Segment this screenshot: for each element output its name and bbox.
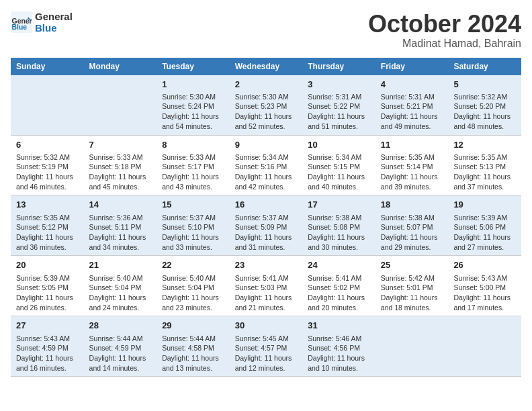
calendar-cell: 20Sunrise: 5:39 AMSunset: 5:05 PMDayligh… <box>11 256 84 316</box>
info-line: Sunrise: 5:44 AM <box>89 334 143 342</box>
info-line: Sunrise: 5:35 AM <box>381 153 435 161</box>
calendar-cell: 17Sunrise: 5:38 AMSunset: 5:08 PMDayligh… <box>302 195 375 256</box>
info-line: Daylight: 11 hours and 43 minutes. <box>162 173 219 191</box>
day-number: 27 <box>16 320 79 332</box>
calendar-cell: 19Sunrise: 5:39 AMSunset: 5:06 PMDayligh… <box>448 195 521 256</box>
calendar-cell: 26Sunrise: 5:43 AMSunset: 5:00 PMDayligh… <box>448 256 521 316</box>
calendar-cell: 4Sunrise: 5:31 AMSunset: 5:21 PMDaylight… <box>375 75 449 135</box>
info-line: Daylight: 11 hours and 40 minutes. <box>308 173 365 191</box>
info-line: Sunset: 5:18 PM <box>89 163 142 171</box>
info-line: Sunrise: 5:31 AM <box>308 93 361 101</box>
info-line: Daylight: 11 hours and 34 minutes. <box>89 233 146 251</box>
info-line: Daylight: 11 hours and 29 minutes. <box>381 233 438 251</box>
info-line: Daylight: 11 hours and 27 minutes. <box>453 233 511 251</box>
calendar-cell: 13Sunrise: 5:35 AMSunset: 5:12 PMDayligh… <box>11 195 84 256</box>
info-line: Sunset: 5:06 PM <box>453 223 506 231</box>
cell-info: Sunrise: 5:30 AMSunset: 5:24 PMDaylight:… <box>162 92 224 132</box>
day-number: 26 <box>453 259 516 271</box>
cell-info: Sunrise: 5:34 AMSunset: 5:16 PMDaylight:… <box>235 152 298 192</box>
day-number: 19 <box>453 199 516 211</box>
weekday-header: Friday <box>375 58 449 75</box>
info-line: Daylight: 11 hours and 10 minutes. <box>308 354 365 372</box>
info-line: Sunset: 5:05 PM <box>16 283 69 291</box>
info-line: Sunrise: 5:30 AM <box>162 93 216 101</box>
cell-info: Sunrise: 5:42 AMSunset: 5:01 PMDaylight:… <box>381 273 443 313</box>
calendar-cell: 8Sunrise: 5:33 AMSunset: 5:17 PMDaylight… <box>157 135 230 195</box>
cell-info: Sunrise: 5:33 AMSunset: 5:18 PMDaylight:… <box>89 152 152 192</box>
info-line: Sunrise: 5:37 AM <box>162 214 216 222</box>
info-line: Daylight: 11 hours and 18 minutes. <box>381 293 438 312</box>
info-line: Sunset: 5:02 PM <box>308 283 360 291</box>
title-block: October 2024 Madinat Hamad, Bahrain <box>368 11 521 50</box>
day-number: 30 <box>235 320 298 332</box>
day-number: 1 <box>162 79 224 91</box>
info-line: Daylight: 11 hours and 16 minutes. <box>16 354 73 372</box>
info-line: Daylight: 11 hours and 24 minutes. <box>89 293 146 312</box>
calendar-cell: 6Sunrise: 5:32 AMSunset: 5:19 PMDaylight… <box>11 135 84 195</box>
info-line: Sunset: 5:04 PM <box>89 283 142 291</box>
info-line: Sunset: 4:59 PM <box>89 344 142 352</box>
info-line: Daylight: 11 hours and 46 minutes. <box>16 173 73 191</box>
info-line: Sunset: 5:17 PM <box>162 163 214 171</box>
logo-icon: General Blue <box>11 11 32 33</box>
day-number: 18 <box>381 199 443 211</box>
calendar-cell: 29Sunrise: 5:44 AMSunset: 4:58 PMDayligh… <box>157 316 230 377</box>
page-header: General Blue General Blue October 2024 M… <box>11 11 521 50</box>
calendar-cell: 11Sunrise: 5:35 AMSunset: 5:14 PMDayligh… <box>375 135 449 195</box>
cell-info: Sunrise: 5:41 AMSunset: 5:02 PMDaylight:… <box>308 273 370 313</box>
info-line: Sunset: 5:08 PM <box>308 223 360 231</box>
day-number: 31 <box>308 320 370 332</box>
day-number: 9 <box>235 139 298 151</box>
info-line: Sunset: 5:03 PM <box>235 283 287 291</box>
cell-info: Sunrise: 5:40 AMSunset: 5:04 PMDaylight:… <box>89 273 152 313</box>
info-line: Daylight: 11 hours and 30 minutes. <box>308 233 365 251</box>
info-line: Sunset: 5:14 PM <box>381 163 433 171</box>
info-line: Daylight: 11 hours and 54 minutes. <box>162 112 219 130</box>
info-line: Daylight: 11 hours and 26 minutes. <box>16 293 73 312</box>
cell-info: Sunrise: 5:43 AMSunset: 5:00 PMDaylight:… <box>453 273 516 313</box>
info-line: Sunset: 5:24 PM <box>162 102 214 110</box>
calendar-cell: 30Sunrise: 5:45 AMSunset: 4:57 PMDayligh… <box>230 316 303 377</box>
cell-info: Sunrise: 5:44 AMSunset: 4:59 PMDaylight:… <box>89 334 152 373</box>
day-number: 25 <box>381 259 443 271</box>
calendar-cell: 1Sunrise: 5:30 AMSunset: 5:24 PMDaylight… <box>157 75 230 135</box>
calendar-cell: 23Sunrise: 5:41 AMSunset: 5:03 PMDayligh… <box>230 256 303 316</box>
calendar-cell: 15Sunrise: 5:37 AMSunset: 5:10 PMDayligh… <box>157 195 230 256</box>
day-number: 16 <box>235 199 298 211</box>
calendar-cell: 27Sunrise: 5:43 AMSunset: 4:59 PMDayligh… <box>11 316 84 377</box>
day-number: 13 <box>16 199 79 211</box>
info-line: Daylight: 11 hours and 39 minutes. <box>381 173 438 191</box>
info-line: Sunrise: 5:40 AM <box>162 274 216 282</box>
month-title: October 2024 <box>368 11 521 38</box>
cell-info: Sunrise: 5:39 AMSunset: 5:06 PMDaylight:… <box>453 213 516 253</box>
day-number: 23 <box>235 259 298 271</box>
day-number: 6 <box>16 139 79 151</box>
cell-info: Sunrise: 5:37 AMSunset: 5:09 PMDaylight:… <box>235 213 298 253</box>
info-line: Sunrise: 5:35 AM <box>16 214 70 222</box>
info-line: Sunset: 5:15 PM <box>308 163 360 171</box>
info-line: Daylight: 11 hours and 14 minutes. <box>89 354 146 372</box>
cell-info: Sunrise: 5:32 AMSunset: 5:20 PMDaylight:… <box>453 92 516 132</box>
weekday-header: Saturday <box>448 58 521 75</box>
cell-info: Sunrise: 5:30 AMSunset: 5:23 PMDaylight:… <box>235 92 298 132</box>
calendar-cell: 5Sunrise: 5:32 AMSunset: 5:20 PMDaylight… <box>448 75 521 135</box>
cell-info: Sunrise: 5:43 AMSunset: 4:59 PMDaylight:… <box>16 334 79 373</box>
info-line: Daylight: 11 hours and 36 minutes. <box>16 233 73 251</box>
info-line: Sunset: 5:10 PM <box>162 223 214 231</box>
cell-info: Sunrise: 5:39 AMSunset: 5:05 PMDaylight:… <box>16 273 79 313</box>
info-line: Sunrise: 5:33 AM <box>162 153 216 161</box>
cell-info: Sunrise: 5:37 AMSunset: 5:10 PMDaylight:… <box>162 213 224 253</box>
info-line: Sunrise: 5:34 AM <box>235 153 289 161</box>
info-line: Sunset: 4:58 PM <box>162 344 214 352</box>
info-line: Sunrise: 5:31 AM <box>381 93 435 101</box>
cell-info: Sunrise: 5:38 AMSunset: 5:07 PMDaylight:… <box>381 213 443 253</box>
info-line: Sunset: 5:07 PM <box>381 223 433 231</box>
info-line: Sunset: 5:00 PM <box>453 283 506 291</box>
info-line: Sunrise: 5:38 AM <box>381 214 435 222</box>
weekday-row: SundayMondayTuesdayWednesdayThursdayFrid… <box>11 58 521 75</box>
cell-info: Sunrise: 5:46 AMSunset: 4:56 PMDaylight:… <box>308 334 370 373</box>
info-line: Daylight: 11 hours and 12 minutes. <box>235 354 292 372</box>
info-line: Sunrise: 5:44 AM <box>162 334 216 342</box>
cell-info: Sunrise: 5:38 AMSunset: 5:08 PMDaylight:… <box>308 213 370 253</box>
calendar-cell: 25Sunrise: 5:42 AMSunset: 5:01 PMDayligh… <box>375 256 449 316</box>
